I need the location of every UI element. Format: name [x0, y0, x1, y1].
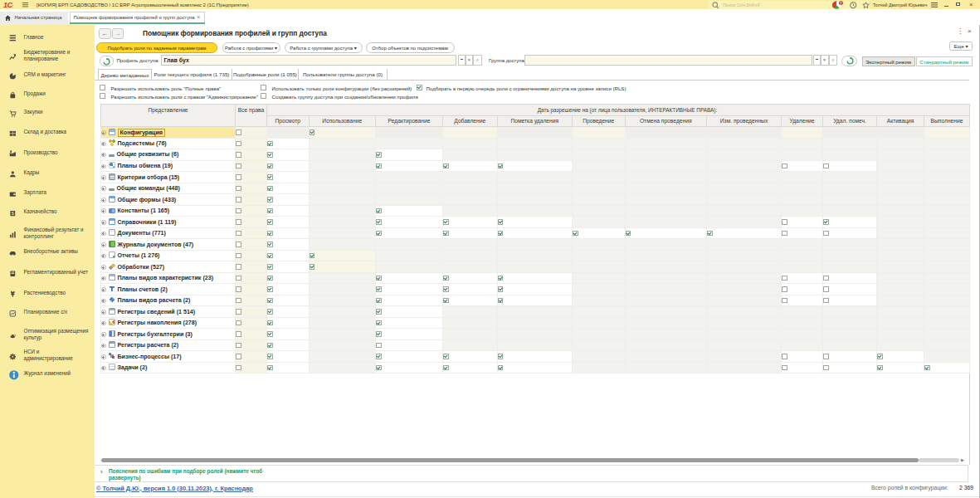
svg-text:7: 7 — [840, 1, 842, 5]
